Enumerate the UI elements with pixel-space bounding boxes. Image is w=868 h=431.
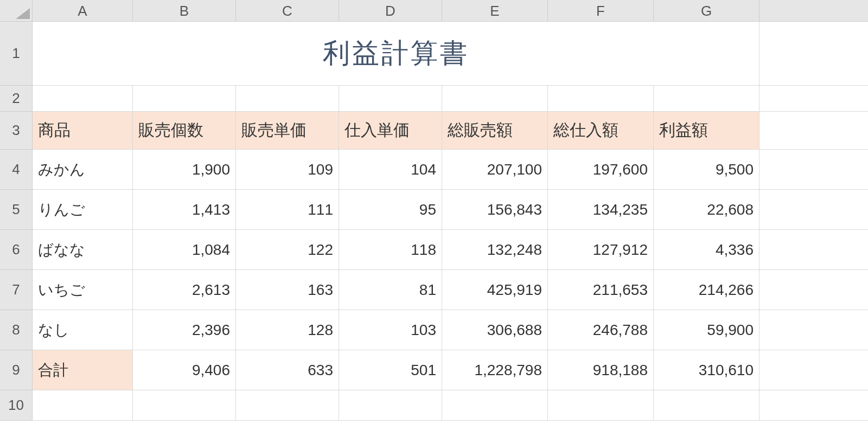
row-header-1[interactable]: 1 xyxy=(0,22,33,86)
total-row[interactable]: 9,406 xyxy=(133,350,236,390)
table-row[interactable]: 197,600 xyxy=(548,150,654,190)
table-row[interactable]: 59,900 xyxy=(654,310,760,350)
table-row[interactable]: ばなな xyxy=(33,230,133,270)
row-header-8[interactable]: 8 xyxy=(0,310,33,350)
table-row[interactable]: 4,336 xyxy=(654,230,760,270)
cell-filler[interactable] xyxy=(760,270,868,310)
table-header-total-sales[interactable]: 総販売額 xyxy=(442,112,548,150)
cell-d10[interactable] xyxy=(339,390,442,421)
table-row[interactable]: 128 xyxy=(236,310,339,350)
table-row[interactable]: 1,413 xyxy=(133,190,236,230)
table-row[interactable]: 306,688 xyxy=(442,310,548,350)
cell-a10[interactable] xyxy=(33,390,133,421)
col-header-b[interactable]: B xyxy=(133,0,236,22)
cell-filler[interactable] xyxy=(760,350,868,390)
total-row[interactable]: 1,228,798 xyxy=(442,350,548,390)
cell-b2[interactable] xyxy=(133,86,236,112)
row-header-3[interactable]: 3 xyxy=(0,112,33,150)
total-row[interactable]: 310,610 xyxy=(654,350,760,390)
row-header-2[interactable]: 2 xyxy=(0,86,33,112)
cell-filler[interactable] xyxy=(760,390,868,421)
cell-d2[interactable] xyxy=(339,86,442,112)
col-header-a[interactable]: A xyxy=(33,0,133,22)
row-header-9[interactable]: 9 xyxy=(0,350,33,390)
cell-filler[interactable] xyxy=(760,230,868,270)
table-row[interactable]: 104 xyxy=(339,150,442,190)
table-row[interactable]: 9,500 xyxy=(654,150,760,190)
total-row[interactable]: 918,188 xyxy=(548,350,654,390)
row-header-10[interactable]: 10 xyxy=(0,390,33,421)
table-row[interactable]: 211,653 xyxy=(548,270,654,310)
table-row[interactable]: 1,084 xyxy=(133,230,236,270)
table-row[interactable]: いちご xyxy=(33,270,133,310)
table-row[interactable]: 103 xyxy=(339,310,442,350)
row-header-6[interactable]: 6 xyxy=(0,230,33,270)
cell-filler[interactable] xyxy=(760,150,868,190)
col-header-g[interactable]: G xyxy=(654,0,760,22)
cell-e2[interactable] xyxy=(442,86,548,112)
table-row[interactable]: 111 xyxy=(236,190,339,230)
cell-c10[interactable] xyxy=(236,390,339,421)
table-row[interactable]: 22,608 xyxy=(654,190,760,230)
table-row[interactable]: 122 xyxy=(236,230,339,270)
col-header-d[interactable]: D xyxy=(339,0,442,22)
table-row[interactable]: 134,235 xyxy=(548,190,654,230)
cell-e10[interactable] xyxy=(442,390,548,421)
cell-filler[interactable] xyxy=(760,22,868,86)
row-header-5[interactable]: 5 xyxy=(0,190,33,230)
table-row[interactable]: 425,919 xyxy=(442,270,548,310)
total-row[interactable]: 633 xyxy=(236,350,339,390)
col-header-filler xyxy=(760,0,868,22)
table-row[interactable]: 1,900 xyxy=(133,150,236,190)
table-row[interactable]: 132,248 xyxy=(442,230,548,270)
title-cell[interactable]: 利益計算書 xyxy=(33,22,760,86)
table-header-qty[interactable]: 販売個数 xyxy=(133,112,236,150)
cell-filler[interactable] xyxy=(760,310,868,350)
table-row[interactable]: みかん xyxy=(33,150,133,190)
cell-filler[interactable] xyxy=(760,190,868,230)
table-row[interactable]: 109 xyxy=(236,150,339,190)
cell-f2[interactable] xyxy=(548,86,654,112)
table-header-cost-price[interactable]: 仕入単価 xyxy=(339,112,442,150)
table-row[interactable]: 214,266 xyxy=(654,270,760,310)
col-header-f[interactable]: F xyxy=(548,0,654,22)
row-header-4[interactable]: 4 xyxy=(0,150,33,190)
table-header-product[interactable]: 商品 xyxy=(33,112,133,150)
cell-b10[interactable] xyxy=(133,390,236,421)
row-header-7[interactable]: 7 xyxy=(0,270,33,310)
cell-filler[interactable] xyxy=(760,86,868,112)
table-row[interactable]: 2,613 xyxy=(133,270,236,310)
cell-c2[interactable] xyxy=(236,86,339,112)
col-header-e[interactable]: E xyxy=(442,0,548,22)
table-row[interactable]: 246,788 xyxy=(548,310,654,350)
table-row[interactable]: 118 xyxy=(339,230,442,270)
cell-a2[interactable] xyxy=(33,86,133,112)
col-header-c[interactable]: C xyxy=(236,0,339,22)
select-all-corner[interactable] xyxy=(0,0,33,22)
cell-f10[interactable] xyxy=(548,390,654,421)
total-row[interactable]: 501 xyxy=(339,350,442,390)
table-header-total-cost[interactable]: 総仕入額 xyxy=(548,112,654,150)
table-row[interactable]: 163 xyxy=(236,270,339,310)
table-row[interactable]: 95 xyxy=(339,190,442,230)
table-header-sale-price[interactable]: 販売単価 xyxy=(236,112,339,150)
table-row[interactable]: りんご xyxy=(33,190,133,230)
table-row[interactable]: 207,100 xyxy=(442,150,548,190)
table-row[interactable]: なし xyxy=(33,310,133,350)
table-row[interactable]: 127,912 xyxy=(548,230,654,270)
cell-g2[interactable] xyxy=(654,86,760,112)
table-row[interactable]: 2,396 xyxy=(133,310,236,350)
total-row-label[interactable]: 合計 xyxy=(33,350,133,390)
table-header-profit[interactable]: 利益額 xyxy=(654,112,760,150)
cell-g10[interactable] xyxy=(654,390,760,421)
table-row[interactable]: 156,843 xyxy=(442,190,548,230)
spreadsheet-grid: A B C D E F G 1 利益計算書 2 3 商品 販売個数 販売単価 仕… xyxy=(0,0,868,421)
cell-filler[interactable] xyxy=(760,112,868,150)
table-row[interactable]: 81 xyxy=(339,270,442,310)
